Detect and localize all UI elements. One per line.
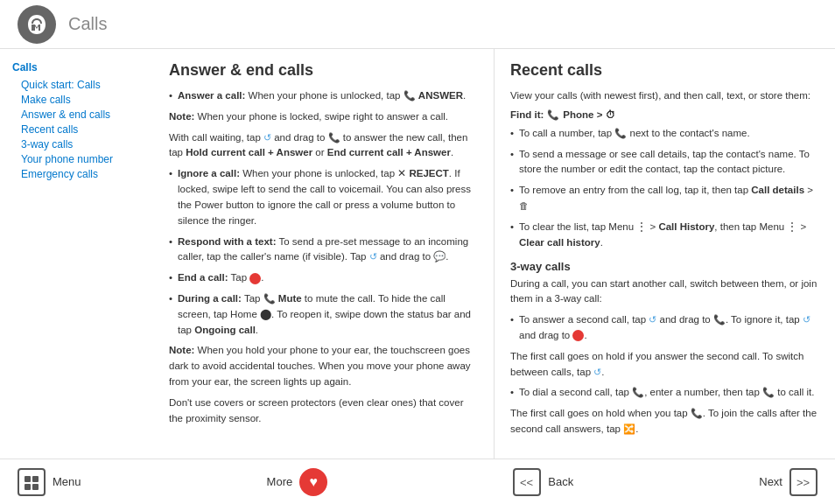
main-layout: Calls Quick start: Calls Make calls Answ… [0,49,835,458]
find-it-row: Find it: 📞 Phone > ⏱ [510,109,819,121]
sidebar-item-answer-end-calls[interactable]: Answer & end calls [12,107,141,122]
sidebar-item-3way-calls[interactable]: 3-way calls [12,136,141,151]
content-area: Answer & end calls • Answer a call: When… [153,49,835,458]
sidebar-item-quickstart[interactable]: Quick start: Calls [12,77,141,92]
three-way-title: 3-way calls [510,260,819,273]
note-proximity: Note: When you hold your phone to your e… [169,343,478,389]
header: Calls [0,0,835,49]
call-waiting-text: With call waiting, tap ↺ and drag to 📞 t… [169,130,478,162]
ignore-icon [572,330,584,341]
svg-text:>>: >> [796,476,810,489]
sidebar-item-recent-calls[interactable]: Recent calls [12,122,141,136]
motorola-logo [18,5,56,44]
more-button[interactable]: More ♥ [267,468,328,496]
three-way-bullet-1: • To answer a second call, tap ↺ and dra… [510,312,819,344]
back-button[interactable]: << Back [513,468,573,496]
three-way-intro: During a call, you can start another cal… [510,276,819,308]
svg-rect-0 [25,476,31,482]
three-way-bullet-2: • To dial a second call, tap 📞, enter a … [510,385,819,401]
recent-calls-intro: View your calls (with newest first), and… [510,88,819,104]
sidebar-item-emergency-calls[interactable]: Emergency calls [12,166,141,181]
left-panel: Answer & end calls • Answer a call: When… [153,49,495,458]
svg-rect-1 [32,476,39,482]
three-way-note-1: The first call goes on hold if you answe… [510,349,819,381]
phone-answer-icon: 📞 [403,88,416,103]
menu-button[interactable]: Menu [18,468,81,496]
recent-bullet-2: • To send a message or see call details,… [510,147,819,178]
sidebar-item-make-calls[interactable]: Make calls [12,92,141,107]
note-locked: Note: When your phone is locked, swipe r… [169,109,478,125]
bullet-respond-text: • Respond with a text: To send a pre-set… [169,234,478,266]
footer: Menu More ♥ << Back Next >> [0,458,835,504]
three-way-note-2: The first call goes on hold when you tap… [510,406,819,438]
recent-bullet-3: • To remove an entry from the call log, … [510,183,819,214]
svg-rect-2 [25,484,31,490]
bullet-during-call: • During a call: Tap 📞 Mute to mute the … [169,291,478,338]
svg-rect-3 [32,484,39,490]
back-label: Back [548,475,573,488]
right-panel: Recent calls View your calls (with newes… [495,49,835,458]
find-it-label: Find it: [510,109,544,120]
left-panel-title: Answer & end calls [169,61,478,80]
recent-bullet-1: • To call a number, tap 📞 next to the co… [510,126,819,142]
bullet-end-call: • End a call: Tap . [169,270,478,286]
end-call-icon [249,273,261,284]
next-button[interactable]: Next >> [759,468,817,496]
bullet-ignore-call: • Ignore a call: When your phone is unlo… [169,166,478,228]
trash-icon: 🗑 [519,199,529,214]
phone-nav-icon: 📞 [547,109,559,121]
sidebar: Calls Quick start: Calls Make calls Answ… [0,49,153,458]
covers-warning: Don't use covers or screen protectors (e… [169,396,478,427]
next-icon: >> [789,468,817,496]
recent-bullet-4: • To clear the list, tap Menu ⋮ > Call H… [510,220,819,251]
svg-text:<<: << [520,476,533,489]
menu-icon [18,468,46,496]
more-label: More [267,475,293,488]
sidebar-item-your-phone-number[interactable]: Your phone number [12,151,141,166]
sidebar-top-link[interactable]: Calls [12,61,141,74]
right-panel-title: Recent calls [510,61,819,80]
bullet-answer-call: • Answer a call: When your phone is unlo… [169,88,478,104]
more-icon: ♥ [299,468,327,496]
page-title: Calls [68,14,107,34]
next-label: Next [759,475,782,488]
find-it-path: Phone > ⏱ [563,109,615,120]
menu-label: Menu [53,475,81,488]
back-icon: << [513,468,541,496]
